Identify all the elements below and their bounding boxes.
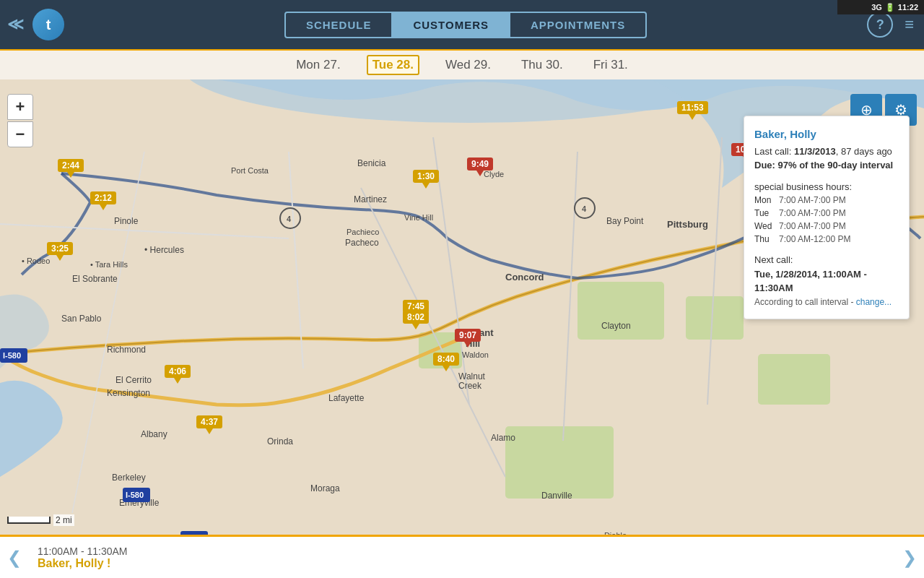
svg-text:Moraga: Moraga	[310, 483, 340, 493]
svg-text:Pachieco: Pachieco	[346, 228, 379, 236]
nav-center: SCHEDULE CUSTOMERS APPOINTMENTS	[64, 12, 867, 38]
hours-row: Tue7:00 AM-7:00 PM	[754, 207, 899, 220]
pin-label: 2:12	[90, 191, 116, 204]
svg-text:• Hercules: • Hercules	[144, 245, 184, 255]
popup-last-call: Last call: 11/3/2013, 87 days ago	[754, 144, 899, 159]
date-bar: Mon 27. Tue 28. Wed 29. Thu 30. Fri 31.	[0, 51, 924, 79]
hours-day: Tue	[754, 207, 775, 220]
hours-row: Mon7:00 AM-7:00 PM	[754, 194, 899, 207]
hours-day: Mon	[754, 194, 775, 207]
nav-right: ? ≡	[867, 12, 924, 38]
pin-tail	[443, 366, 450, 371]
popup-hours-title: special business hours:	[754, 180, 899, 194]
time-display: 11:22	[898, 3, 918, 12]
appointments-tab[interactable]: APPOINTMENTS	[510, 12, 647, 38]
hours-time: 7:00 AM-7:00 PM	[779, 194, 846, 207]
svg-text:Danville: Danville	[541, 491, 572, 501]
pin-label: 3:25	[47, 242, 73, 255]
zoom-out-button[interactable]: −	[7, 121, 33, 147]
popup-last-call-date: 11/3/2013	[794, 146, 836, 157]
map-pin-pin14[interactable]: 4:37	[196, 415, 222, 434]
timeline-time: 11:00AM - 11:30AM	[38, 545, 886, 557]
zoom-controls: + −	[7, 94, 33, 147]
zoom-in-button[interactable]: +	[7, 94, 33, 120]
map-pin-pin5[interactable]: 1:30	[413, 170, 439, 189]
pin-tail	[100, 204, 107, 210]
svg-text:Lafayette: Lafayette	[328, 393, 365, 403]
map-pin-pin10[interactable]: 8:02	[403, 311, 429, 329]
map-pin-pin2[interactable]: 2:12	[90, 191, 116, 210]
info-popup: Baker, Holly Last call: 11/3/2013, 87 da…	[744, 116, 910, 319]
svg-text:Albany: Albany	[141, 429, 167, 439]
popup-customer-name[interactable]: Baker, Holly	[754, 126, 899, 143]
svg-text:Martinez: Martinez	[354, 194, 387, 204]
date-wed29[interactable]: Wed 29.	[441, 56, 495, 74]
svg-text:Creek: Creek	[458, 381, 482, 391]
svg-text:Pacheco: Pacheco	[345, 238, 379, 248]
pin-label: 2:44	[58, 159, 84, 172]
svg-rect-3	[686, 296, 744, 340]
map-pin-pin13[interactable]: 4:06	[165, 365, 191, 384]
timeline-content: 11:00AM - 11:30AM Baker, Holly !	[29, 541, 895, 574]
svg-text:Berkeley: Berkeley	[112, 473, 146, 483]
scale-line	[7, 517, 51, 524]
hours-time: 7:00 AM-7:00 PM	[779, 207, 846, 220]
map-pin-pin12[interactable]: 8:40	[433, 353, 459, 371]
svg-rect-6	[505, 426, 614, 499]
date-tue28[interactable]: Tue 28.	[367, 55, 419, 75]
top-nav: ≪ t SCHEDULE CUSTOMERS APPOINTMENTS ? ≡	[0, 0, 924, 51]
map-pin-pin11[interactable]: 9:07	[455, 329, 481, 348]
svg-text:El Cerrito: El Cerrito	[116, 375, 152, 385]
svg-text:• Rodeo: • Rodeo	[22, 256, 50, 265]
pin-label: 8:40	[433, 353, 459, 366]
pin-tail	[56, 255, 64, 261]
pin-label: 1:30	[413, 170, 439, 183]
svg-text:Pinole: Pinole	[114, 216, 139, 226]
popup-next-call-label: Next call:	[754, 253, 899, 267]
date-thu30[interactable]: Thu 30.	[517, 56, 567, 74]
back-button[interactable]: ≪	[7, 15, 24, 34]
svg-text:Richmond: Richmond	[107, 345, 146, 355]
date-mon27[interactable]: Mon 27.	[292, 56, 344, 74]
map-pin-pin6[interactable]: 11:53	[677, 101, 708, 120]
svg-text:4: 4	[287, 215, 292, 223]
svg-text:Clayton: Clayton	[601, 321, 631, 331]
svg-text:Benicia: Benicia	[357, 158, 386, 168]
popup-interval: According to call interval - change...	[754, 296, 899, 309]
svg-text:Kensington: Kensington	[107, 388, 150, 398]
popup-change-link[interactable]: change...	[856, 297, 892, 307]
map-pin-pin3[interactable]: 3:25	[47, 242, 73, 261]
popup-hours: Mon7:00 AM-7:00 PMTue7:00 AM-7:00 PMWed7…	[754, 194, 899, 246]
svg-text:San Pablo: San Pablo	[61, 314, 102, 324]
customers-tab[interactable]: CUSTOMERS	[393, 12, 510, 38]
hours-day: Thu	[754, 233, 775, 246]
hours-day: Wed	[754, 220, 775, 233]
svg-text:Pittsburg: Pittsburg	[667, 219, 708, 230]
map-container[interactable]: Pinole • Hercules El Sobrante San Pablo …	[0, 79, 924, 535]
pin-tail	[67, 172, 74, 178]
svg-rect-5	[758, 354, 830, 405]
svg-text:Vine Hill: Vine Hill	[404, 213, 433, 222]
help-button[interactable]: ?	[867, 12, 893, 38]
app-logo[interactable]: t	[32, 9, 64, 40]
popup-next-call-time: Tue, 1/28/2014, 11:00AM - 11:30AM	[754, 267, 899, 296]
svg-text:Concord: Concord	[505, 272, 544, 282]
svg-text:I-580: I-580	[3, 351, 21, 360]
date-fri31[interactable]: Fri 31.	[589, 56, 632, 74]
timeline-next-button[interactable]: ❯	[895, 537, 924, 578]
schedule-tab[interactable]: SCHEDULE	[284, 12, 393, 38]
svg-text:Alamo: Alamo	[491, 433, 515, 443]
timeline-prev-button[interactable]: ❮	[0, 537, 29, 578]
map-pin-pin1[interactable]: 2:44	[58, 159, 84, 178]
hours-row: Thu7:00 AM-12:00 PM	[754, 233, 899, 246]
timeline-customer[interactable]: Baker, Holly !	[38, 557, 886, 570]
pin-label: 11:53	[677, 101, 708, 114]
popup-due: Due: 97% of the 90-day interval	[754, 158, 899, 173]
pin-tail	[412, 324, 419, 329]
menu-button[interactable]: ≡	[905, 15, 914, 34]
scale-bar: 2 mi	[7, 514, 74, 526]
popup-due-percent: 97%	[778, 160, 797, 171]
map-pin-pin4[interactable]: 9:49	[467, 158, 493, 176]
popup-due-interval: of the 90-day interval	[799, 160, 893, 171]
svg-text:Walnut: Walnut	[458, 371, 486, 381]
